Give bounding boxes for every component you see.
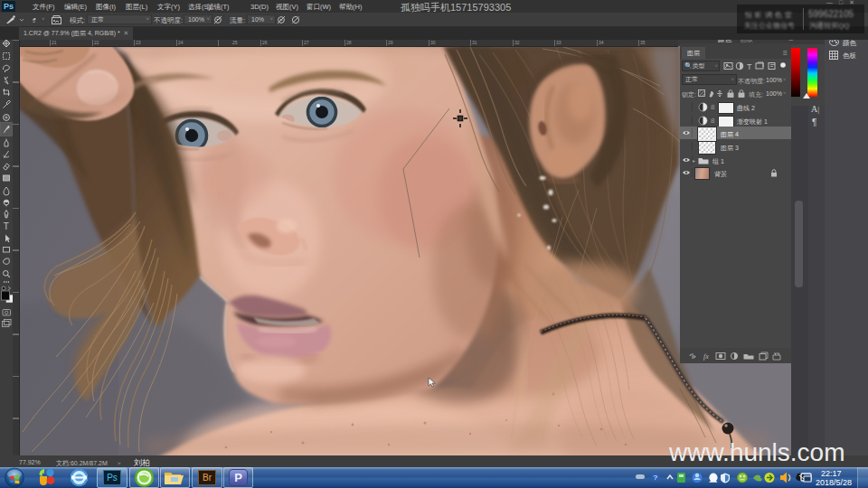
svg-text:?: ? xyxy=(654,474,658,482)
svg-text:fx: fx xyxy=(703,352,709,361)
svg-text:T: T xyxy=(747,62,752,71)
svg-text:T: T xyxy=(4,221,9,231)
